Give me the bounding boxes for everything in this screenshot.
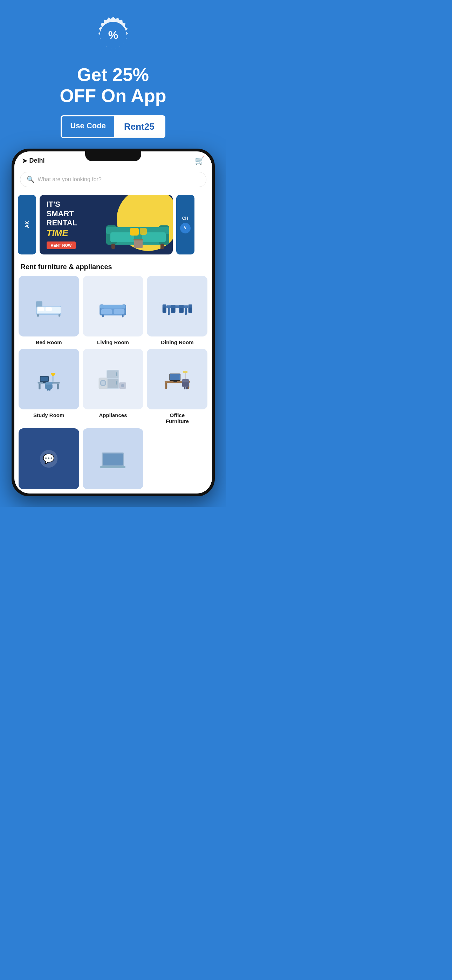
category-officefurniture[interactable]: Office Furniture xyxy=(147,349,207,424)
bottom-row: 💬 xyxy=(14,428,212,493)
banner-cta-button[interactable]: RENT NOW xyxy=(46,242,76,249)
category-grid: Bed Room xyxy=(14,274,212,429)
svg-rect-69 xyxy=(182,382,189,387)
svg-rect-78 xyxy=(103,453,123,466)
svg-rect-37 xyxy=(171,307,175,313)
officefurniture-label: Office Furniture xyxy=(166,412,189,424)
section-title-area: Rent furniture & appliances xyxy=(14,257,212,274)
livingroom-label: Living Room xyxy=(97,339,129,345)
svg-rect-12 xyxy=(140,228,147,235)
svg-point-74 xyxy=(183,371,188,373)
phone-mockup-container: ➤ Delhi 🛒 🔍 What are you looking for? xyxy=(8,149,218,496)
svg-rect-20 xyxy=(37,314,39,317)
bottom-sofa-img: 💬 xyxy=(19,428,79,489)
svg-rect-39 xyxy=(179,307,184,313)
hero-section: % Get 25% OFF On App Use Code Rent25 ➤ D… xyxy=(0,0,226,507)
svg-rect-31 xyxy=(168,308,170,315)
bedroom-img xyxy=(19,276,79,336)
svg-rect-45 xyxy=(45,382,53,385)
use-code-label: Use Code xyxy=(62,116,114,137)
svg-rect-57 xyxy=(116,381,118,385)
svg-rect-67 xyxy=(170,374,180,380)
svg-rect-42 xyxy=(38,383,40,389)
bottom-laptop-img xyxy=(83,428,143,489)
svg-rect-36 xyxy=(188,305,192,308)
svg-rect-43 xyxy=(57,383,59,389)
section-title: Rent furniture & appliances xyxy=(21,263,206,271)
svg-rect-52 xyxy=(43,382,46,383)
svg-rect-40 xyxy=(179,305,184,308)
svg-rect-30 xyxy=(166,305,188,308)
officefurniture-img xyxy=(147,349,207,409)
search-placeholder-text: What are you looking for? xyxy=(38,176,102,183)
banner-scroll-area: AX IT'S SMART RENTAL Time RENT N xyxy=(14,192,212,257)
promo-code-box: Use Code Rent25 xyxy=(60,115,165,138)
discount-badge-icon: % xyxy=(92,14,134,65)
bedroom-label: Bed Room xyxy=(36,339,62,345)
svg-rect-13 xyxy=(134,239,143,248)
svg-point-62 xyxy=(121,384,124,387)
svg-rect-34 xyxy=(162,305,166,308)
diningroom-img xyxy=(147,276,207,336)
banner-right-partial: CH V xyxy=(176,195,194,255)
svg-rect-73 xyxy=(185,372,185,379)
svg-text:💬: 💬 xyxy=(43,453,55,465)
svg-rect-14 xyxy=(134,239,143,240)
phone-header: ➤ Delhi 🛒 xyxy=(14,151,212,169)
search-icon: 🔍 xyxy=(27,176,34,183)
svg-rect-72 xyxy=(186,387,188,389)
phone-notch xyxy=(85,151,141,161)
appliances-img xyxy=(83,349,143,409)
diningroom-label: Dining Room xyxy=(161,339,193,345)
phone-screen: ➤ Delhi 🛒 🔍 What are you looking for? xyxy=(14,151,212,493)
category-bedroom[interactable]: Bed Room xyxy=(19,276,79,345)
svg-point-60 xyxy=(101,381,105,385)
svg-text:%: % xyxy=(108,29,118,41)
main-banner[interactable]: IT'S SMART RENTAL Time RENT NOW xyxy=(40,195,173,255)
svg-rect-18 xyxy=(38,307,44,311)
svg-rect-46 xyxy=(47,389,49,390)
svg-rect-56 xyxy=(116,372,118,376)
studyroom-label: Study Room xyxy=(33,412,64,418)
promo-title: Get 25% OFF On App xyxy=(60,65,166,107)
appliances-label: Appliances xyxy=(99,412,127,418)
search-bar-container: 🔍 What are you looking for? xyxy=(14,169,212,192)
phone-mockup: ➤ Delhi 🛒 🔍 What are you looking for? xyxy=(11,149,215,496)
svg-rect-44 xyxy=(45,384,53,389)
location-text: Delhi xyxy=(29,157,45,164)
svg-rect-47 xyxy=(49,389,51,390)
svg-rect-70 xyxy=(182,379,189,382)
bottom-item-sofa[interactable]: 💬 xyxy=(19,428,79,489)
bottom-item-placeholder xyxy=(147,428,207,489)
svg-marker-49 xyxy=(51,373,56,376)
svg-rect-71 xyxy=(184,387,186,389)
category-livingroom[interactable]: Living Room xyxy=(83,276,143,345)
svg-rect-64 xyxy=(166,382,167,389)
location-label[interactable]: ➤ Delhi xyxy=(22,157,45,165)
svg-rect-26 xyxy=(101,309,112,314)
search-bar[interactable]: 🔍 What are you looking for? xyxy=(20,172,206,187)
svg-rect-51 xyxy=(41,376,48,381)
bottom-item-laptop[interactable] xyxy=(83,428,143,489)
svg-rect-21 xyxy=(59,314,60,317)
svg-rect-29 xyxy=(122,315,124,317)
svg-rect-19 xyxy=(46,307,52,311)
svg-rect-32 xyxy=(185,308,186,315)
category-studyroom[interactable]: Study Room xyxy=(19,349,79,424)
svg-rect-28 xyxy=(102,315,104,317)
svg-rect-79 xyxy=(100,466,126,468)
svg-rect-27 xyxy=(114,309,125,314)
banner-left-partial: AX xyxy=(18,195,36,255)
svg-rect-11 xyxy=(130,228,139,235)
cart-icon[interactable]: 🛒 xyxy=(195,156,204,165)
svg-rect-38 xyxy=(171,305,175,308)
category-diningroom[interactable]: Dining Room xyxy=(147,276,207,345)
svg-rect-16 xyxy=(36,301,42,308)
location-icon: ➤ xyxy=(22,157,27,165)
svg-rect-10 xyxy=(161,243,164,249)
category-appliances[interactable]: Appliances xyxy=(83,349,143,424)
svg-rect-25 xyxy=(100,305,126,309)
svg-rect-68 xyxy=(173,381,177,382)
svg-rect-9 xyxy=(111,243,115,249)
livingroom-img xyxy=(83,276,143,336)
